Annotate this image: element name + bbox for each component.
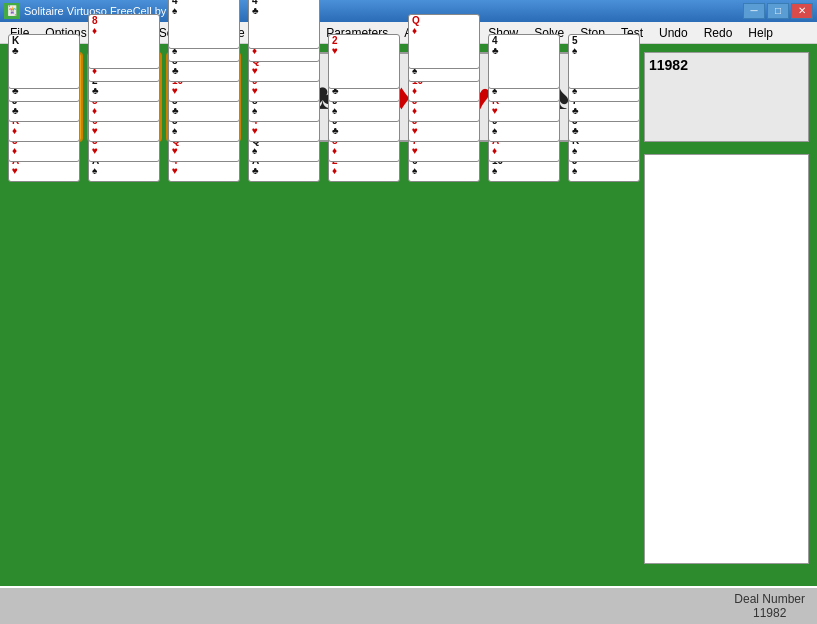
card[interactable]: 8♦ [88, 14, 160, 69]
card[interactable]: 2♥ [328, 34, 400, 89]
title-bar-controls: ─ □ ✕ [743, 3, 813, 19]
app-icon: 🃏 [4, 3, 20, 19]
card[interactable]: 5♠ [568, 34, 640, 89]
card[interactable]: K♣ [8, 34, 80, 89]
deal-number-value: 11982 [734, 606, 805, 620]
card[interactable]: 4♣ [248, 0, 320, 49]
menu-redo[interactable]: Redo [696, 24, 741, 42]
score-value: 11982 [649, 57, 688, 73]
menu-help[interactable]: Help [740, 24, 781, 42]
close-button[interactable]: ✕ [791, 3, 813, 19]
status-bar: Deal Number 11982 [0, 586, 817, 624]
maximize-button[interactable]: □ [767, 3, 789, 19]
deal-number-label: Deal Number [734, 592, 805, 606]
game-area: ♣ ♦ ♥ ♠ 11982 A♥ 3♦ K♦ J♣ 6♣ 8♠ K♣ A♠ 3♥ [0, 44, 817, 624]
card[interactable]: 4♠ [168, 0, 240, 49]
score-display: 11982 [644, 52, 809, 142]
card[interactable]: 4♣ [488, 34, 560, 89]
minimize-button[interactable]: ─ [743, 3, 765, 19]
card[interactable]: Q♦ [408, 14, 480, 69]
menu-undo[interactable]: Undo [651, 24, 696, 42]
deal-number-box: Deal Number 11982 [734, 592, 805, 620]
side-panel [644, 154, 809, 564]
